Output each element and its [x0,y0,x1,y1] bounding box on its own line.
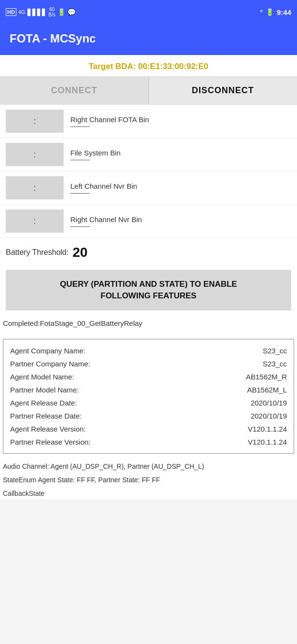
file-btn-0[interactable]: : [6,110,64,133]
hd-icon: HD [6,8,16,16]
message-icon: 💬 [68,8,76,16]
file-label-0: Right Channel FOTA Bin [70,115,291,124]
bottom-text-2: CallbackState [0,486,297,499]
connect-disconnect-row: CONNECT DISCONNECT [0,76,297,105]
info-row-7: Partner Release Version: V120.1.1.24 [10,435,287,448]
info-val-3: AB1562M_L [247,386,287,394]
signal-icon: ▋▋▋▋ [27,9,47,16]
info-val-1: S23_cc [263,360,287,368]
battery-label: Battery Threshold: [6,248,68,257]
target-bda: Target BDA: 00:E1:33:00:92:E0 [0,55,297,76]
file-row-0: : Right Channel FOTA Bin [0,105,297,138]
info-val-5: 2020/10/19 [251,412,287,420]
status-time: 9:44 [277,8,291,16]
battery-value: 20 [72,245,87,260]
info-key-2: Agent Model Name: [10,373,74,381]
info-row-2: Agent Model Name: AB1562M_R [10,370,287,383]
info-row-1: Partner Company Name: S23_cc [10,357,287,370]
query-btn-line1: QUERY (PARTITION AND STATE) TO ENABLE [60,280,237,289]
battery-icon: 🔋 [266,8,274,16]
query-btn-line2: FOLLOWING FEATURES [101,291,197,300]
info-key-0: Agent Company Name: [10,347,85,355]
file-btn-3[interactable]: : [6,210,64,233]
file-row-3: : Right Channel Nvr Bin [0,205,297,238]
status-bar-left: HD 4G ▋▋▋▋ 60B/s 🔋 💬 [6,7,76,17]
query-button[interactable]: QUERY (PARTITION AND STATE) TO ENABLE FO… [6,270,291,310]
info-key-5: Partner Release Date: [10,412,81,420]
info-key-4: Agent Release Date: [10,399,77,407]
status-text: Completed:FotaStage_00_GetBatteryRelay [0,316,297,334]
info-row-6: Agent Release Version: V120.1.1.24 [10,422,287,435]
file-info-3: Right Channel Nvr Bin [70,215,291,227]
info-row-5: Partner Release Date: 2020/10/19 [10,409,287,422]
info-val-7: V120.1.1.24 [248,438,287,446]
status-bar-right: * 🔋 9:44 [260,8,291,16]
app-bar: FOTA - MCSync [0,24,297,55]
file-info-1: File System Bin [70,149,291,160]
main-content: Target BDA: 00:E1:33:00:92:E0 CONNECT DI… [0,55,297,499]
disconnect-button[interactable]: DISCONNECT [149,77,297,104]
battery-small-icon: 🔋 [57,8,66,16]
info-row-3: Partner Model Name: AB1562M_L [10,383,287,396]
file-row-1: : File System Bin [0,138,297,171]
speed-icon: 60B/s [49,7,55,17]
info-box: Agent Company Name: S23_cc Partner Compa… [3,339,294,454]
connect-button[interactable]: CONNECT [0,77,149,104]
info-row-4: Agent Release Date: 2020/10/19 [10,396,287,409]
info-key-3: Partner Model Name: [10,386,79,394]
network-icon: 4G [18,9,26,15]
file-btn-2[interactable]: : [6,176,64,199]
file-label-2: Left Channel Nvr Bin [70,182,291,190]
bluetooth-icon: * [260,8,263,16]
info-key-7: Partner Release Version: [10,438,91,446]
file-info-2: Left Channel Nvr Bin [70,182,291,194]
file-underline-0 [70,126,90,127]
file-underline-3 [70,226,90,227]
file-label-3: Right Channel Nvr Bin [70,215,291,224]
file-underline-1 [70,160,90,160]
file-btn-1[interactable]: : [6,143,64,166]
file-underline-2 [70,193,90,194]
file-row-2: : Left Channel Nvr Bin [0,171,297,205]
info-key-1: Partner Company Name: [10,360,90,368]
bottom-text-1: StateEnum Agent State: FF FF, Partner St… [0,472,297,486]
battery-row: Battery Threshold: 20 [0,238,297,267]
app-title: FOTA - MCSync [10,32,287,45]
file-label-1: File System Bin [70,149,291,157]
info-val-0: S23_cc [263,347,287,355]
file-info-0: Right Channel FOTA Bin [70,115,291,127]
info-val-2: AB1562M_R [246,373,287,381]
info-row-0: Agent Company Name: S23_cc [10,344,287,357]
info-val-4: 2020/10/19 [251,399,287,407]
target-bda-label: Target BDA: 00:E1:33:00:92:E0 [89,62,208,71]
bottom-text-0: Audio Channel: Agent (AU_DSP_CH_R), Part… [0,459,297,472]
info-val-6: V120.1.1.24 [248,425,287,433]
info-key-6: Agent Release Version: [10,425,86,433]
status-bar: HD 4G ▋▋▋▋ 60B/s 🔋 💬 * 🔋 9:44 [0,0,297,24]
